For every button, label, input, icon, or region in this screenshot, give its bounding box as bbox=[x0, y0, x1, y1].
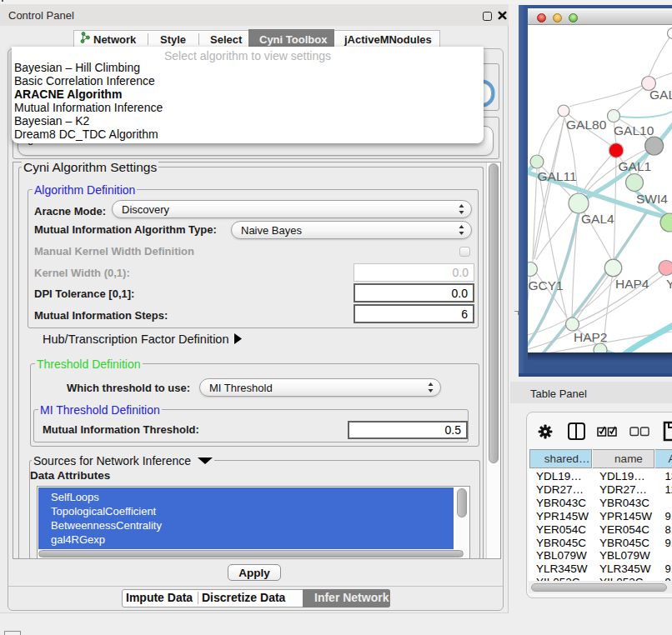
svg-text:GAL1: GAL1 bbox=[619, 159, 652, 173]
svg-text:GAL11: GAL11 bbox=[538, 169, 577, 183]
svg-text:GCY1: GCY1 bbox=[529, 278, 564, 292]
svg-text:SWI4: SWI4 bbox=[636, 192, 668, 206]
svg-text:GAL10: GAL10 bbox=[614, 123, 654, 138]
svg-text:GAL7: GAL7 bbox=[649, 88, 672, 102]
svg-text:GAL4: GAL4 bbox=[581, 212, 614, 226]
svg-text:GAL80: GAL80 bbox=[566, 118, 607, 132]
svg-text:HAP2: HAP2 bbox=[574, 330, 608, 344]
svg-text:HAP4: HAP4 bbox=[615, 277, 649, 291]
svg-text:YM: YM bbox=[666, 277, 672, 291]
